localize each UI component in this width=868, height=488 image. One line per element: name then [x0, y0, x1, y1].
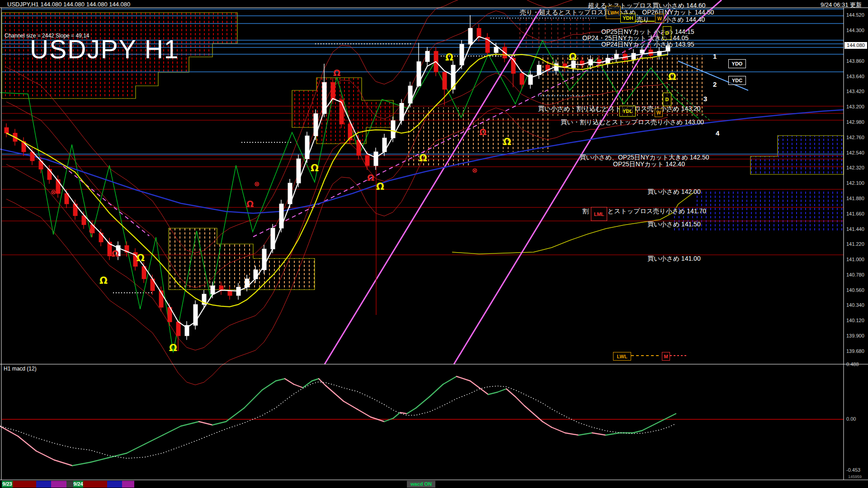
timeline-session-segment: [51, 481, 66, 488]
price-axis-label: 140.780: [846, 272, 864, 277]
price-axis-label: 144.520: [846, 12, 864, 18]
price-annotation: 売り: [637, 16, 649, 24]
indicator-label-box-d: D: [663, 93, 671, 106]
svg-text:⊗: ⊗: [51, 188, 57, 196]
svg-text:Ω: Ω: [311, 163, 319, 174]
svg-text:Ω: Ω: [367, 173, 374, 183]
timeline-session-segment: [83, 481, 107, 488]
price-annotation: OP24日NYカット 小さめ 143.95: [601, 41, 694, 49]
wacd-toggle-button[interactable]: wacd ON: [407, 481, 435, 488]
wave-count-label: 4: [716, 129, 719, 137]
wave-count-label: 1: [713, 52, 717, 60]
svg-text:Ω: Ω: [137, 253, 145, 263]
timeline-session-segment: [122, 481, 134, 488]
macd-axis-bottom: -0.453: [846, 467, 860, 473]
macd-axis-zero: 0.00: [846, 416, 856, 422]
wave-count-label: 3: [703, 95, 707, 103]
price-annotation: 買い・割り込むとストップロス売り小さめ 143.00: [561, 118, 704, 127]
price-axis-label: 141.660: [846, 211, 864, 216]
price-axis-label: 140.120: [846, 318, 864, 323]
timeline-session-segment: [36, 481, 51, 488]
indicator-label-box-lwh: LWH: [606, 6, 621, 19]
indicator-label-box-lml: LML: [591, 207, 607, 221]
price-annotation: とストップロス売り小さめ 141.70: [608, 207, 706, 216]
svg-text:Ω: Ω: [169, 343, 177, 353]
indicator-label-box-ydo: YDO: [728, 59, 746, 68]
price-axis-label: 141.220: [846, 241, 864, 247]
svg-text:Ω: Ω: [445, 52, 453, 63]
price-axis-label: 143.420: [846, 89, 864, 94]
price-axis-label: 139.900: [846, 333, 864, 338]
svg-text:⊗: ⊗: [472, 166, 478, 174]
indicator-label-box-m: M: [662, 352, 670, 361]
price-axis-label: 141.440: [846, 226, 864, 232]
indicator-label-box-ydh: YDH: [620, 14, 636, 23]
macd-indicator-label: H1 macd (12): [4, 366, 37, 372]
timeline-day-label: 9/23: [2, 481, 13, 488]
price-annotation: 買い小さめ 141.50: [647, 221, 701, 229]
macd-axis-top: 0.488: [846, 361, 859, 367]
svg-text:Ω: Ω: [112, 249, 119, 258]
last-update-timestamp: 9/24 06:31 更新: [821, 1, 862, 9]
svg-text:Ω: Ω: [503, 136, 511, 147]
wave-count-label: 2: [713, 80, 717, 88]
indicator-label-box-w: W: [655, 14, 664, 23]
price-annotation: OP25日NYカット 142.40: [613, 160, 685, 169]
svg-text:⊗: ⊗: [89, 227, 94, 235]
svg-text:Ω: Ω: [479, 127, 486, 137]
price-axis-label: 139.680: [846, 348, 864, 354]
price-axis-label: 142.760: [846, 135, 864, 140]
price-chart-canvas[interactable]: ΩΩΩΩΩΩΩΩΩΩΩΩΩΩΩ⊗⊗⊗⊗: [0, 0, 868, 488]
price-axis-label: 141.000: [846, 257, 864, 262]
price-axis-label: 140.560: [846, 287, 864, 293]
timeline-session-segment: [13, 481, 36, 488]
svg-text:Ω: Ω: [246, 199, 254, 209]
svg-text:Ω: Ω: [376, 181, 384, 192]
indicator-label-box-w: W: [655, 108, 663, 117]
mt4-chart-window: ΩΩΩΩΩΩΩΩΩΩΩΩΩΩΩ⊗⊗⊗⊗ USDJPY,H1 144.080 14…: [0, 0, 868, 488]
price-axis-label: 144.300: [846, 28, 864, 33]
price-axis-label: 142.980: [846, 119, 864, 125]
price-axis-label: 142.540: [846, 150, 864, 155]
indicator-label-box-d: D: [663, 26, 671, 40]
svg-text:Ω: Ω: [99, 275, 108, 286]
indicator-label-box-ydc: YDC: [728, 76, 746, 85]
symbol-ohlc-readout: USDJPY,H1 144.080 144.080 144.080 144.08…: [7, 1, 130, 8]
price-axis-label: 142.320: [846, 165, 864, 170]
timeline-session-segment: [66, 481, 73, 488]
price-annotation: 買い小さめ 141.00: [647, 255, 701, 263]
price-axis-label: 143.200: [846, 104, 864, 109]
price-axis-label: 143.860: [846, 58, 864, 64]
macd-panel: [0, 376, 844, 466]
price-annotation: 小さめ 144.40: [665, 16, 705, 24]
timeline-session-segment: [107, 481, 122, 488]
macd-axis-extra: 145959: [848, 474, 862, 479]
timeline-day-label: 9/24: [73, 481, 83, 488]
svg-text:Ω: Ω: [419, 153, 427, 164]
price-annotation: 割: [582, 207, 589, 216]
svg-text:Ω: Ω: [333, 68, 340, 78]
price-axis-label: 141.880: [846, 196, 864, 201]
price-axis-label: 140.340: [846, 302, 864, 308]
chart-watermark-title: USDJPY H1: [30, 34, 179, 64]
indicator-label-box-lwl: LWL: [613, 352, 631, 361]
price-axis-label: 142.100: [846, 180, 864, 186]
svg-text:⊗: ⊗: [254, 180, 260, 188]
svg-text:Ω: Ω: [569, 52, 577, 62]
svg-text:Ω: Ω: [668, 71, 676, 82]
indicator-label-box-ydl: YDL: [619, 106, 636, 117]
current-price-badge: 144.080: [844, 42, 867, 49]
price-annotation: 買い小さめ 142.00: [647, 188, 701, 196]
price-axis-label: 143.640: [846, 74, 864, 79]
